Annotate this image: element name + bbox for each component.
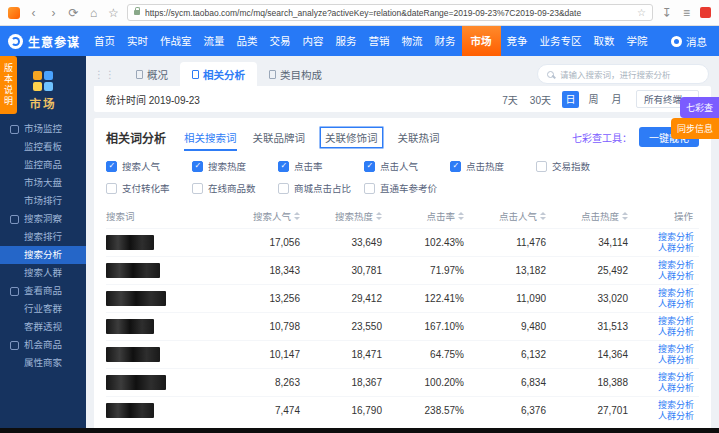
action-link-人群分析[interactable]: 人群分析 [658, 383, 699, 394]
nav-item-取数[interactable]: 取数 [588, 26, 621, 56]
sidebar-item-搜索洞察[interactable]: 搜索洞察 [0, 210, 86, 228]
unit-button-日[interactable]: 日 [562, 91, 579, 108]
nav-item-首页[interactable]: 首页 [88, 26, 121, 56]
sidebar-item-查看商品[interactable]: 查看商品 [0, 282, 86, 300]
subtab-关联修饰词[interactable]: 关联修饰词 [321, 128, 382, 147]
bookmark-icon[interactable]: ☆ [107, 7, 120, 19]
range-button-30天[interactable]: 30天 [530, 92, 551, 107]
sidebar-item-市场排行[interactable]: 市场排行 [0, 192, 86, 210]
metric-点击人气[interactable]: 点击人气 [364, 159, 450, 173]
sidebar-item-市场大盘[interactable]: 市场大盘 [0, 174, 86, 192]
tab-类目构成[interactable]: 类目构成 [257, 62, 334, 86]
forward-icon[interactable]: › [47, 7, 60, 19]
table-header-cell-点击人气[interactable]: 点击人气 [464, 209, 546, 223]
table-header-cell-搜索热度[interactable]: 搜索热度 [300, 209, 382, 223]
checkbox-unchecked[interactable] [106, 183, 117, 194]
checkbox-checked[interactable] [192, 161, 203, 172]
metric-点击率[interactable]: 点击率 [278, 159, 364, 173]
refresh-icon[interactable]: ⟳ [67, 7, 80, 19]
sidebar-item-行业客群[interactable]: 行业客群 [0, 300, 86, 318]
metric-交易指数[interactable]: 交易指数 [536, 159, 622, 173]
nav-item-作战室[interactable]: 作战室 [154, 26, 198, 56]
subtab-相关搜索词[interactable]: 相关搜索词 [184, 128, 237, 147]
extension-icon[interactable] [700, 7, 711, 18]
metric-点击热度[interactable]: 点击热度 [450, 159, 536, 173]
unit-button-周[interactable]: 周 [585, 91, 602, 108]
back-icon[interactable]: ‹ [27, 7, 40, 19]
tab-相关分析[interactable]: 相关分析 [180, 62, 257, 86]
checkbox-checked[interactable] [450, 161, 461, 172]
checkbox-checked[interactable] [364, 161, 375, 172]
nav-item-流量[interactable]: 流量 [198, 26, 231, 56]
address-bar[interactable]: ☆ [127, 4, 653, 21]
favorite-icon[interactable]: ☆ [637, 7, 646, 18]
browser-logo-icon [8, 7, 20, 19]
metric-搜索人气[interactable]: 搜索人气 [106, 159, 192, 173]
sidebar-item-搜索人群[interactable]: 搜索人群 [0, 264, 86, 282]
checkbox-unchecked[interactable] [536, 161, 547, 172]
sidebar-item-搜索排行[interactable]: 搜索排行 [0, 228, 86, 246]
sidebar-item-机会商品[interactable]: 机会商品 [0, 336, 86, 354]
subtab-关联热词[interactable]: 关联热词 [398, 128, 440, 147]
action-link-人群分析[interactable]: 人群分析 [658, 243, 699, 254]
floating-button-同步信息[interactable]: 同步信息 [671, 118, 719, 139]
action-link-搜索分析[interactable]: 搜索分析 [658, 288, 699, 299]
app-logo[interactable]: 生意参谋 [8, 33, 80, 50]
url-input[interactable] [145, 8, 632, 18]
tab-概况[interactable]: 概况 [124, 62, 180, 86]
nav-item-市场[interactable]: 市场 [462, 26, 501, 56]
unit-button-月[interactable]: 月 [608, 91, 625, 108]
metric-支付转化率[interactable]: 支付转化率 [106, 181, 192, 195]
sidebar-item-市场监控[interactable]: 市场监控 [0, 120, 86, 138]
nav-item-竞争[interactable]: 竞争 [501, 26, 534, 56]
action-link-人群分析[interactable]: 人群分析 [658, 355, 699, 366]
range-button-7天[interactable]: 7天 [502, 92, 518, 107]
checkbox-unchecked[interactable] [278, 183, 289, 194]
action-link-人群分析[interactable]: 人群分析 [658, 411, 699, 422]
nav-item-实时[interactable]: 实时 [121, 26, 154, 56]
checkbox-checked[interactable] [106, 161, 117, 172]
action-link-搜索分析[interactable]: 搜索分析 [658, 344, 699, 355]
action-link-搜索分析[interactable]: 搜索分析 [658, 316, 699, 327]
nav-item-物流[interactable]: 物流 [396, 26, 429, 56]
nav-item-营销[interactable]: 营销 [363, 26, 396, 56]
action-link-搜索分析[interactable]: 搜索分析 [658, 400, 699, 411]
checkbox-unchecked[interactable] [192, 183, 203, 194]
checkbox-unchecked[interactable] [364, 183, 375, 194]
sidebar-item-监控看板[interactable]: 监控看板 [0, 138, 86, 156]
nav-item-内容[interactable]: 内容 [297, 26, 330, 56]
drag-handle-icon[interactable]: ⋮⋮ [94, 69, 116, 80]
metric-在线商品数[interactable]: 在线商品数 [192, 181, 278, 195]
download-icon[interactable]: ↧ [660, 7, 673, 19]
topnav-right[interactable]: 消息 [671, 34, 711, 49]
search-box[interactable]: 请输入搜索词，进行搜索分析 [537, 64, 709, 84]
action-link-搜索分析[interactable]: 搜索分析 [658, 232, 699, 243]
nav-item-业务专区[interactable]: 业务专区 [534, 26, 588, 56]
sidebar-item-搜索分析[interactable]: 搜索分析 [0, 246, 86, 264]
metric-搜索热度[interactable]: 搜索热度 [192, 159, 278, 173]
metric-直通车参考价[interactable]: 直通车参考价 [364, 181, 450, 195]
sidebar-item-客群透视[interactable]: 客群透视 [0, 318, 86, 336]
home-icon[interactable]: ⌂ [87, 7, 100, 19]
nav-item-学院[interactable]: 学院 [621, 26, 654, 56]
action-link-人群分析[interactable]: 人群分析 [658, 271, 699, 282]
table-header-cell-点击热度[interactable]: 点击热度 [546, 209, 628, 223]
metric-商城点击占比[interactable]: 商城点击占比 [278, 181, 364, 195]
action-link-人群分析[interactable]: 人群分析 [658, 327, 699, 338]
nav-item-交易[interactable]: 交易 [264, 26, 297, 56]
action-link-人群分析[interactable]: 人群分析 [658, 299, 699, 310]
action-link-搜索分析[interactable]: 搜索分析 [658, 372, 699, 383]
menu-icon[interactable]: ≡ [680, 7, 693, 19]
sidebar-item-监控商品[interactable]: 监控商品 [0, 156, 86, 174]
floating-button-七彩查[interactable]: 七彩查 [680, 97, 719, 118]
version-note-tag[interactable]: 版本说明 [0, 56, 17, 114]
nav-item-品类[interactable]: 品类 [231, 26, 264, 56]
nav-item-服务[interactable]: 服务 [330, 26, 363, 56]
sidebar-item-属性商家[interactable]: 属性商家 [0, 354, 86, 372]
action-link-搜索分析[interactable]: 搜索分析 [658, 260, 699, 271]
subtab-关联品牌词[interactable]: 关联品牌词 [253, 128, 306, 147]
table-header-cell-点击率[interactable]: 点击率 [382, 209, 464, 223]
nav-item-财务[interactable]: 财务 [429, 26, 462, 56]
table-header-cell-搜索人气[interactable]: 搜索人气 [218, 209, 300, 223]
checkbox-checked[interactable] [278, 161, 289, 172]
